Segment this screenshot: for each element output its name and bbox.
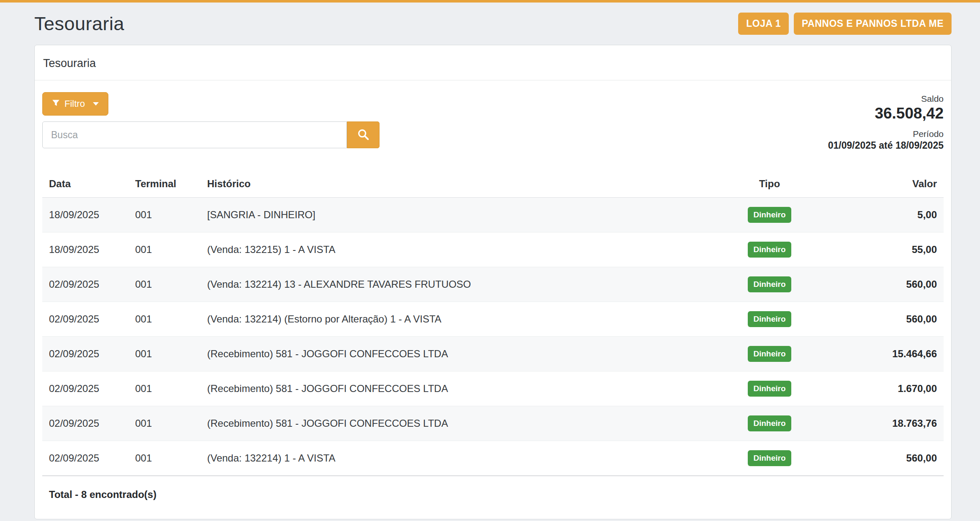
table-row[interactable]: 02/09/2025 001 (Venda: 132214) 1 - A VIS…	[42, 441, 944, 476]
cell-terminal: 001	[128, 267, 200, 302]
table-header: Data Terminal Histórico Tipo Valor	[42, 172, 944, 198]
table-row[interactable]: 02/09/2025 001 (Recebimento) 581 - JOGGO…	[42, 371, 944, 406]
tipo-badge: Dinheiro	[748, 415, 791, 431]
cell-terminal: 001	[128, 302, 200, 337]
cell-valor: 1.670,00	[836, 371, 944, 406]
col-header-historico: Histórico	[200, 172, 703, 198]
toolbar-left: Filtro	[42, 92, 380, 148]
header-badges: LOJA 1 PANNOS E PANNOS LTDA ME	[738, 13, 952, 35]
cell-tipo: Dinheiro	[703, 441, 836, 476]
cell-valor: 55,00	[836, 232, 944, 267]
card-title: Tesouraria	[35, 45, 951, 80]
cell-terminal: 001	[128, 232, 200, 267]
table-row[interactable]: 18/09/2025 001 (Venda: 132215) 1 - A VIS…	[42, 232, 944, 267]
cell-valor: 18.763,76	[836, 406, 944, 441]
tipo-badge: Dinheiro	[748, 242, 791, 258]
table-total: Total - 8 encontrado(s)	[42, 476, 944, 511]
table-row[interactable]: 02/09/2025 001 (Venda: 132214) (Estorno …	[42, 302, 944, 337]
cell-data: 02/09/2025	[42, 337, 128, 371]
cell-valor: 15.464,66	[836, 337, 944, 371]
cell-historico: (Recebimento) 581 - JOGGOFI CONFECCOES L…	[200, 337, 703, 371]
filter-button[interactable]: Filtro	[42, 92, 108, 116]
store-badge[interactable]: LOJA 1	[738, 13, 789, 35]
cell-data: 18/09/2025	[42, 232, 128, 267]
cell-terminal: 001	[128, 371, 200, 406]
periodo-value: 01/09/2025 até 18/09/2025	[828, 140, 944, 151]
tipo-badge: Dinheiro	[748, 346, 791, 362]
treasury-card: Tesouraria Filtro	[34, 45, 952, 519]
treasury-table: Data Terminal Histórico Tipo Valor 18/09…	[42, 172, 944, 511]
search-input[interactable]	[42, 121, 347, 148]
col-header-valor: Valor	[836, 172, 944, 198]
cell-terminal: 001	[128, 406, 200, 441]
cell-tipo: Dinheiro	[703, 198, 836, 232]
summary-panel: Saldo 36.508,42 Período 01/09/2025 até 1…	[828, 92, 944, 151]
cell-historico: (Venda: 132214) 1 - A VISTA	[200, 441, 703, 476]
saldo-label: Saldo	[828, 94, 944, 104]
cell-terminal: 001	[128, 441, 200, 476]
cell-tipo: Dinheiro	[703, 267, 836, 302]
tipo-badge: Dinheiro	[748, 276, 791, 292]
cell-data: 18/09/2025	[42, 198, 128, 232]
table-row[interactable]: 18/09/2025 001 [SANGRIA - DINHEIRO] Dinh…	[42, 198, 944, 232]
col-header-data: Data	[42, 172, 128, 198]
search-icon	[357, 128, 369, 142]
cell-valor: 560,00	[836, 441, 944, 476]
table-row[interactable]: 02/09/2025 001 (Venda: 132214) 13 - ALEX…	[42, 267, 944, 302]
cell-terminal: 001	[128, 198, 200, 232]
card-body: Filtro	[35, 80, 951, 519]
table-row[interactable]: 02/09/2025 001 (Recebimento) 581 - JOGGO…	[42, 337, 944, 371]
cell-historico: (Recebimento) 581 - JOGGOFI CONFECCOES L…	[200, 406, 703, 441]
cell-historico: (Venda: 132214) 13 - ALEXANDRE TAVARES F…	[200, 267, 703, 302]
cell-data: 02/09/2025	[42, 267, 128, 302]
search-button[interactable]	[347, 121, 380, 148]
table-row[interactable]: 02/09/2025 001 (Recebimento) 581 - JOGGO…	[42, 406, 944, 441]
page-container: Tesouraria LOJA 1 PANNOS E PANNOS LTDA M…	[0, 3, 980, 519]
cell-valor: 560,00	[836, 267, 944, 302]
page-header: Tesouraria LOJA 1 PANNOS E PANNOS LTDA M…	[34, 3, 952, 45]
cell-historico: (Venda: 132215) 1 - A VISTA	[200, 232, 703, 267]
tipo-badge: Dinheiro	[748, 311, 791, 327]
company-badge[interactable]: PANNOS E PANNOS LTDA ME	[794, 13, 952, 35]
cell-historico: (Venda: 132214) (Estorno por Alteração) …	[200, 302, 703, 337]
tipo-badge: Dinheiro	[748, 207, 791, 223]
cell-tipo: Dinheiro	[703, 302, 836, 337]
periodo-label: Período	[828, 129, 944, 139]
tipo-badge: Dinheiro	[748, 450, 791, 466]
toolbar: Filtro	[42, 92, 944, 151]
cell-tipo: Dinheiro	[703, 406, 836, 441]
search-group	[42, 121, 380, 148]
cell-tipo: Dinheiro	[703, 337, 836, 371]
cell-tipo: Dinheiro	[703, 232, 836, 267]
page-title: Tesouraria	[34, 13, 124, 35]
col-header-tipo: Tipo	[703, 172, 836, 198]
cell-data: 02/09/2025	[42, 441, 128, 476]
cell-historico: [SANGRIA - DINHEIRO]	[200, 198, 703, 232]
cell-valor: 560,00	[836, 302, 944, 337]
cell-terminal: 001	[128, 337, 200, 371]
filter-button-label: Filtro	[64, 98, 85, 109]
cell-data: 02/09/2025	[42, 406, 128, 441]
tipo-badge: Dinheiro	[748, 381, 791, 397]
cell-data: 02/09/2025	[42, 302, 128, 337]
table-body: 18/09/2025 001 [SANGRIA - DINHEIRO] Dinh…	[42, 198, 944, 476]
table-footer: Total - 8 encontrado(s)	[42, 476, 944, 511]
cell-historico: (Recebimento) 581 - JOGGOFI CONFECCOES L…	[200, 371, 703, 406]
cell-tipo: Dinheiro	[703, 371, 836, 406]
filter-icon	[52, 98, 60, 109]
col-header-terminal: Terminal	[128, 172, 200, 198]
saldo-value: 36.508,42	[828, 104, 944, 123]
cell-data: 02/09/2025	[42, 371, 128, 406]
cell-valor: 5,00	[836, 198, 944, 232]
chevron-down-icon	[93, 102, 99, 106]
